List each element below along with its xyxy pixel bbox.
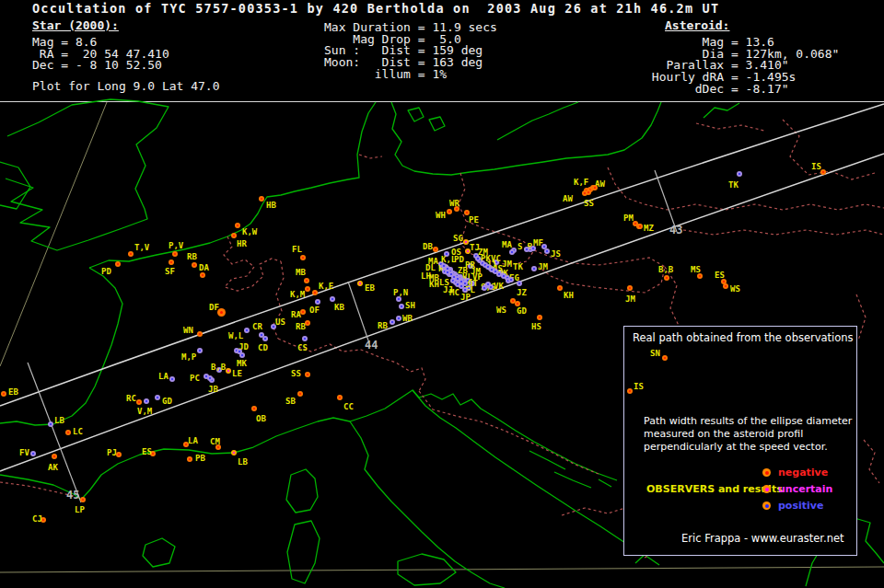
positive-dot-icon: [762, 502, 771, 510]
legend-title: Real path obtained from the observations: [633, 331, 854, 344]
legend-item-label: uncertain: [778, 483, 832, 495]
minute-mark-label: 43: [669, 224, 682, 236]
minute-mark-label: 44: [365, 339, 378, 352]
legend-item-label: positive: [778, 500, 823, 512]
minute-tick-lines: [28, 170, 677, 502]
legend-note: Path width results of the ellipse diamet…: [644, 415, 852, 454]
uncertain-dot-icon: [762, 485, 771, 493]
occultation-map-screen: Occultation of TYC 5757-00353-1 by 420 B…: [0, 0, 884, 588]
negative-dot-icon: [762, 468, 771, 477]
minute-mark-label: 45: [66, 489, 79, 502]
legend-item-label: negative: [778, 467, 828, 478]
legend-box: Real path obtained from the observations…: [623, 326, 857, 556]
credit-text: Eric Frappa - www.euraster.net: [681, 532, 844, 545]
